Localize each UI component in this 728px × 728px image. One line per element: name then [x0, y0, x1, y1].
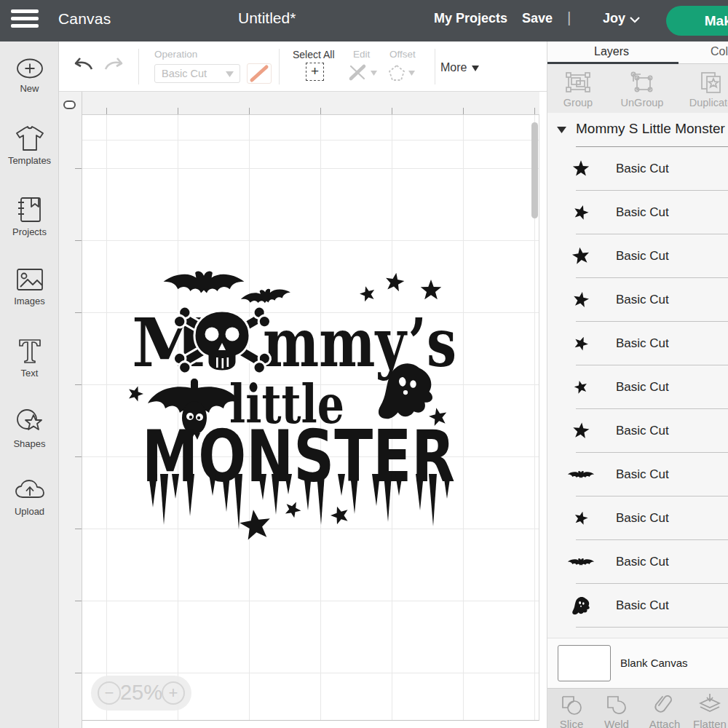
chevron-down-icon[interactable]: [408, 71, 415, 76]
layer-actions-bar: Group UnGroup Duplicate: [547, 64, 728, 113]
layer-list: Basic Cut Basic Cut Basic Cut Basic Cut …: [547, 147, 728, 638]
blank-canvas-row[interactable]: Blank Canvas: [547, 638, 728, 688]
mommys-little-monster-artwork[interactable]: M mmy’s little: [120, 258, 462, 557]
menu-hamburger-icon[interactable]: [11, 9, 39, 28]
artwork-word1-suffix: mmy’s: [263, 304, 456, 382]
layer-row[interactable]: Basic Cut: [547, 278, 728, 322]
chevron-down-icon: [226, 71, 234, 77]
flatten-button[interactable]: Flatten: [686, 693, 728, 728]
canvas-vertical-scrollbar[interactable]: [531, 122, 538, 218]
layer-operation-label: Basic Cut: [616, 293, 669, 307]
star-icon: [570, 508, 591, 529]
star-icon: [571, 377, 592, 397]
layer-operation-label: Basic Cut: [616, 336, 669, 351]
sidebar-item-images[interactable]: Images: [0, 266, 59, 306]
layer-operation-label: Basic Cut: [616, 467, 669, 482]
group-label: Group: [549, 97, 607, 108]
cloud-upload-icon: [14, 478, 46, 503]
weld-icon: [604, 693, 629, 716]
blank-canvas-swatch[interactable]: [558, 645, 611, 681]
sidebar-label: Shapes: [0, 438, 59, 449]
layer-row[interactable]: Basic Cut: [547, 322, 728, 365]
edit-tools-icon: [347, 63, 369, 82]
horizontal-ruler: [59, 92, 539, 115]
select-all-label: Select All: [293, 49, 335, 60]
ungroup-icon: [628, 70, 656, 95]
my-projects-link[interactable]: My Projects: [434, 11, 507, 26]
operation-label: Operation: [154, 49, 197, 60]
star-icon: [569, 288, 593, 311]
undo-icon[interactable]: [73, 56, 95, 75]
layer-operation-label: Basic Cut: [616, 511, 669, 526]
tab-layers[interactable]: Layers: [594, 45, 629, 58]
save-link[interactable]: Save: [522, 11, 553, 26]
sidebar-label: Upload: [0, 506, 59, 517]
flatten-label: Flatten: [686, 718, 728, 728]
zoom-in-button[interactable]: +: [162, 681, 185, 705]
document-title[interactable]: Untitled*: [238, 9, 296, 27]
layer-row[interactable]: Basic Cut: [547, 453, 728, 496]
layers-panel: Layers Color Sync Group UnGroup Duplicat…: [547, 41, 728, 728]
sidebar-item-new[interactable]: New: [0, 57, 59, 94]
layer-row[interactable]: Basic Cut: [547, 584, 728, 628]
operation-select[interactable]: Basic Cut: [154, 64, 240, 83]
layer-row[interactable]: Basic Cut: [547, 147, 728, 191]
ungroup-button[interactable]: UnGroup: [613, 70, 671, 108]
layer-row[interactable]: Basic Cut: [547, 496, 728, 540]
offset-pentagon-icon: [388, 64, 405, 82]
sidebar-label: Templates: [0, 155, 59, 166]
sidebar-item-templates[interactable]: Templates: [0, 126, 59, 166]
layer-group-header[interactable]: Mommy S Little Monster: [547, 113, 728, 147]
attach-button[interactable]: Attach: [641, 693, 689, 728]
slice-button[interactable]: Slice: [547, 693, 596, 728]
sidebar-item-text[interactable]: Text: [0, 337, 59, 379]
star-icon: [238, 499, 351, 541]
group-icon: [564, 70, 592, 95]
layer-row[interactable]: Basic Cut: [547, 628, 728, 638]
toolbar-divider: [279, 49, 280, 84]
vertical-ruler: [59, 92, 82, 728]
edit-label: Edit: [353, 49, 370, 60]
chevron-down-icon[interactable]: [629, 16, 641, 23]
canvas-workspace[interactable]: M mmy’s little: [59, 92, 547, 728]
select-all-button[interactable]: +: [306, 63, 324, 81]
machine-name[interactable]: Joy: [603, 11, 625, 26]
slice-label: Slice: [547, 718, 596, 728]
layer-operation-label: Basic Cut: [616, 380, 669, 395]
more-menu[interactable]: More: [440, 61, 479, 74]
sidebar-label: Images: [0, 296, 59, 306]
chevron-down-icon[interactable]: [371, 71, 377, 76]
panel-tabs: Layers Color Sync: [547, 41, 728, 64]
group-button[interactable]: Group: [549, 70, 607, 108]
sidebar-item-shapes[interactable]: Shapes: [0, 408, 59, 449]
ghost-icon: [571, 594, 591, 617]
duplicate-button[interactable]: Duplicate: [682, 70, 728, 108]
chevron-down-icon[interactable]: [557, 127, 566, 133]
redo-icon[interactable]: [103, 56, 124, 75]
zoom-control: − 25% +: [91, 676, 191, 711]
picture-icon: [15, 266, 45, 293]
sidebar-item-upload[interactable]: Upload: [0, 478, 59, 517]
star-icon: [358, 271, 441, 302]
star-icon: [570, 159, 592, 179]
letter-t-icon: [15, 337, 44, 365]
tab-color-sync[interactable]: Color Sync: [711, 45, 728, 58]
notebook-icon: [15, 196, 44, 223]
blank-canvas-label: Blank Canvas: [620, 657, 688, 669]
layer-group-title: Mommy S Little Monster: [576, 121, 725, 137]
top-navigation-bar: Canvas Untitled* My Projects Save | Joy …: [0, 0, 728, 41]
layer-row[interactable]: Basic Cut: [547, 234, 728, 278]
weld-button[interactable]: Weld: [593, 693, 641, 728]
layer-row[interactable]: Basic Cut: [547, 191, 728, 234]
layer-row[interactable]: Basic Cut: [547, 365, 728, 409]
sidebar-item-projects[interactable]: Projects: [0, 196, 59, 237]
edit-toolbar: Operation Basic Cut Select All + Edit Of…: [59, 41, 547, 92]
layer-row[interactable]: Basic Cut: [547, 540, 728, 584]
layer-operation-label: Basic Cut: [616, 555, 669, 569]
ruler-toggle-icon[interactable]: [63, 100, 76, 109]
slice-icon: [559, 693, 584, 716]
layer-row[interactable]: Basic Cut: [547, 409, 728, 453]
layer-operation-label: Basic Cut: [616, 162, 669, 176]
make-it-button[interactable]: Make It: [666, 6, 728, 36]
operation-color-swatch[interactable]: [247, 63, 272, 84]
